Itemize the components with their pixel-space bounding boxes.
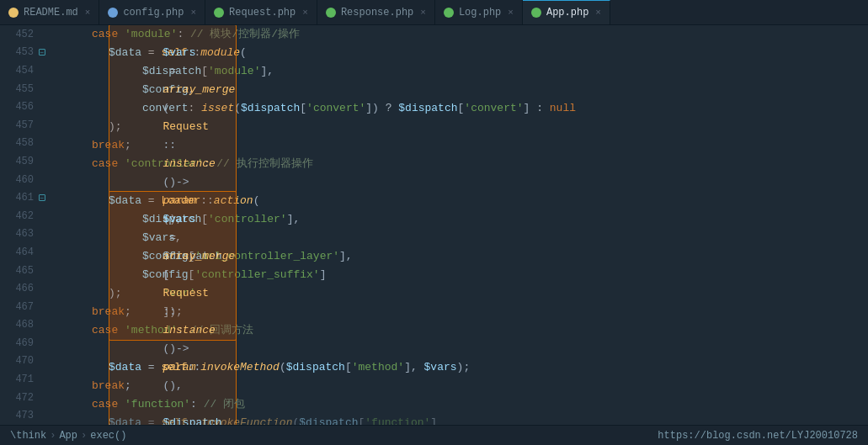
fold-461[interactable]: − — [36, 192, 48, 204]
tab-response[interactable]: Response.php × — [317, 0, 435, 24]
tab-close-request[interactable]: × — [302, 8, 308, 18]
gutter-458: 458 — [0, 135, 55, 153]
fold-458 — [36, 137, 48, 149]
fold-471 — [36, 373, 48, 385]
line-num-455: 455 — [10, 83, 34, 95]
tab-icon-request — [214, 8, 224, 18]
line-num-461: 461 — [10, 192, 34, 204]
line-num-468: 468 — [10, 319, 34, 331]
line-num-457: 457 — [10, 119, 34, 131]
fold-470 — [36, 355, 48, 367]
line-num-460: 460 — [10, 174, 34, 186]
tab-icon-readme — [8, 8, 19, 18]
code-line-473: $data = self :: invokeFunction ( $dispat… — [58, 414, 868, 425]
code-editor[interactable]: case 'module' : // 模块/控制器/操作 $data = sel… — [55, 25, 868, 425]
code-line-469: $vars = array_merge ( Request :: instanc… — [58, 340, 868, 358]
gutter-453: 453 − — [0, 44, 55, 62]
line-num-469: 469 — [10, 337, 34, 349]
fold-469 — [36, 337, 48, 349]
fold-465 — [36, 265, 48, 277]
status-url: https://blog.csdn.net/LYJ20010728 — [658, 430, 858, 442]
fold-457 — [36, 119, 48, 131]
line-num-467: 467 — [10, 301, 34, 313]
gutter-454: 454 — [0, 61, 55, 80]
fold-466 — [36, 283, 48, 294]
fold-463 — [36, 228, 48, 240]
tab-label-log: Log.php — [459, 7, 501, 19]
breadcrumb-exec: exec() — [90, 430, 126, 442]
fold-472 — [36, 392, 48, 404]
breadcrumb-app: App — [59, 430, 77, 442]
tab-request[interactable]: Request.php × — [205, 0, 317, 24]
line-num-465: 465 — [10, 265, 34, 277]
gutter-452: 452 — [0, 25, 55, 44]
gutter-469: 469 — [0, 334, 55, 352]
breadcrumb: \think › App › exec() — [10, 430, 126, 442]
breadcrumb-think: \think — [10, 430, 46, 442]
line-gutter: 452 453 − 454 455 456 457 458 459 — [0, 25, 55, 425]
fold-453[interactable]: − — [36, 46, 48, 58]
gutter-467: 467 — [0, 298, 55, 316]
line-num-459: 459 — [10, 156, 34, 167]
gutter-466: 466 — [0, 279, 55, 298]
code-line-470: $data = self :: invokeMethod ( $dispatch… — [58, 358, 868, 377]
tab-label-response: Response.php — [341, 7, 413, 19]
gutter-463: 463 — [0, 225, 55, 244]
tab-close-log[interactable]: × — [508, 8, 514, 18]
tab-close-readme[interactable]: × — [85, 8, 91, 18]
fold-460 — [36, 174, 48, 186]
gutter-472: 472 — [0, 389, 55, 407]
line-num-471: 471 — [10, 373, 34, 385]
line-num-458: 458 — [10, 137, 34, 149]
line-num-466: 466 — [10, 283, 34, 294]
tab-icon-log — [444, 8, 454, 18]
fold-454 — [36, 65, 48, 77]
gutter-460: 460 — [0, 171, 55, 189]
gutter-471: 471 — [0, 370, 55, 389]
code-line-460: $vars = array_merge ( Request :: instanc… — [58, 173, 868, 192]
fold-468 — [36, 319, 48, 331]
tab-label-app: App.php — [546, 7, 588, 19]
tab-icon-response — [326, 8, 336, 18]
gutter-459: 459 — [0, 152, 55, 171]
tab-icon-config — [108, 8, 118, 18]
fold-456 — [36, 101, 48, 113]
line-num-473: 473 — [10, 410, 34, 421]
line-num-462: 462 — [10, 210, 34, 222]
line-num-456: 456 — [10, 101, 34, 113]
tab-close-response[interactable]: × — [420, 8, 426, 18]
fold-473 — [36, 410, 48, 421]
gutter-462: 462 — [0, 207, 55, 225]
gutter-455: 455 — [0, 80, 55, 98]
fold-452 — [36, 29, 48, 40]
fold-462 — [36, 210, 48, 222]
code-line-472: case 'function' : // 闭包 — [58, 395, 868, 414]
tab-label-request: Request.php — [229, 7, 296, 19]
tab-close-app[interactable]: × — [595, 8, 601, 18]
line-num-454: 454 — [10, 65, 34, 77]
fold-464 — [36, 246, 48, 258]
fold-455 — [36, 83, 48, 95]
tab-config[interactable]: config.php × — [99, 0, 205, 24]
gutter-473: 473 — [0, 406, 55, 425]
gutter-456: 456 — [0, 98, 55, 116]
tab-app[interactable]: App.php × — [523, 0, 610, 24]
line-num-464: 464 — [10, 246, 34, 258]
breadcrumb-sep-1: › — [50, 430, 56, 442]
breadcrumb-sep-2: › — [81, 430, 87, 442]
tab-close-config[interactable]: × — [190, 8, 196, 18]
status-bar: \think › App › exec() https://blog.csdn.… — [0, 425, 868, 445]
line-num-463: 463 — [10, 228, 34, 240]
tab-label-config: config.php — [123, 7, 184, 19]
tab-log[interactable]: Log.php × — [435, 0, 523, 24]
line-num-470: 470 — [10, 355, 34, 367]
tab-bar: README.md × config.php × Request.php × R… — [0, 0, 868, 25]
gutter-470: 470 — [0, 352, 55, 371]
gutter-465: 465 — [0, 262, 55, 280]
line-num-453: 453 — [10, 46, 34, 58]
tab-readme[interactable]: README.md × — [0, 0, 99, 24]
gutter-468: 468 — [0, 316, 55, 335]
line-num-472: 472 — [10, 392, 34, 404]
gutter-464: 464 — [0, 243, 55, 262]
tab-icon-app — [531, 8, 541, 18]
